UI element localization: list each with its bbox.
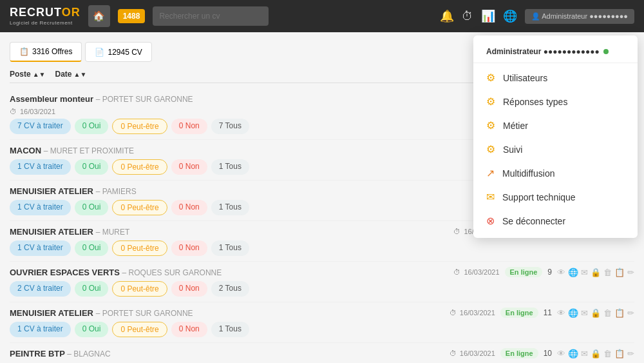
pill-yellow[interactable]: 0 Peut-être xyxy=(112,240,167,256)
cv-pills: 2 CV à traiter0 Oui0 Peut-être0 Non2 Tou… xyxy=(10,281,634,297)
filter-date[interactable]: Date ▲▼ xyxy=(55,70,86,79)
pill-blue[interactable]: 7 CV à traiter xyxy=(10,119,71,134)
clock-small-icon: ⏱ xyxy=(450,309,457,317)
job-title[interactable]: MENUISIER ATELIER – PAMIERS xyxy=(10,186,535,196)
user-menu-button[interactable]: 👤 Administrateur ●●●●●●●●● xyxy=(525,9,634,24)
pill-blue[interactable]: 1 CV à traiter xyxy=(10,322,71,337)
offres-tab-label: 3316 Offres xyxy=(32,47,72,56)
pill-yellow[interactable]: 0 Peut-être xyxy=(112,281,167,297)
action-icon[interactable]: 🗑 xyxy=(603,268,612,277)
pill-red[interactable]: 0 Non xyxy=(171,240,207,256)
pill-gray[interactable]: 1 Tous xyxy=(211,159,249,175)
pill-gray[interactable]: 1 Tous xyxy=(211,240,249,256)
pill-blue[interactable]: 2 CV à traiter xyxy=(10,281,71,297)
pill-green[interactable]: 0 Oui xyxy=(75,119,109,134)
clock-icon[interactable]: ⏱ xyxy=(462,10,473,23)
action-icon[interactable]: 🗑 xyxy=(603,308,612,318)
dropdown-item-multidiffusion[interactable]: ↗ Multidiffusion xyxy=(473,161,638,185)
job-row: OUVRIER ESPACES VERTS – ROQUES SUR GARON… xyxy=(10,262,634,302)
pill-green[interactable]: 0 Oui xyxy=(75,281,109,297)
action-icon[interactable]: 👁 xyxy=(557,349,565,358)
job-title[interactable]: OUVRIER ESPACES VERTS – ROQUES SUR GARON… xyxy=(10,268,448,277)
metier-label: Métier xyxy=(503,121,528,131)
job-title[interactable]: MENUISIER ATELIER – MURET xyxy=(10,227,448,237)
status-badge: En ligne xyxy=(505,267,543,277)
action-icon[interactable]: 👁 xyxy=(557,308,565,318)
tab-cv[interactable]: 📄 12945 CV xyxy=(85,42,151,62)
pill-gray[interactable]: 1 Tous xyxy=(211,322,249,337)
support-label: Support technique xyxy=(502,192,576,202)
action-icon[interactable]: 📋 xyxy=(614,308,625,318)
dropdown-item-deconnexion[interactable]: ⊗ Se déconnecter xyxy=(473,209,638,233)
pill-gray[interactable]: 7 Tous xyxy=(211,119,249,134)
job-cv-count: 9 xyxy=(547,268,552,277)
cv-pills: 1 CV à traiter0 Oui0 Peut-être0 Non1 Tou… xyxy=(10,322,634,337)
dropdown-item-utilisateurs[interactable]: ⚙ Utilisateurs xyxy=(473,66,638,90)
pill-blue[interactable]: 1 CV à traiter xyxy=(10,159,71,175)
pill-green[interactable]: 0 Oui xyxy=(75,159,109,175)
pill-green[interactable]: 0 Oui xyxy=(75,322,109,337)
dropdown-item-metier[interactable]: ⚙ Métier xyxy=(473,113,638,137)
tab-offres[interactable]: 📋 3316 Offres xyxy=(10,42,82,62)
pill-blue[interactable]: 1 CV à traiter xyxy=(10,200,71,215)
action-icon[interactable]: 🗑 xyxy=(603,349,612,358)
pill-red[interactable]: 0 Non xyxy=(171,159,207,175)
job-title[interactable]: MACON – MURET ET PROXIMITE xyxy=(10,146,535,155)
action-icon[interactable]: 🌐 xyxy=(568,268,578,277)
job-date2: 16/03/2021 xyxy=(20,108,55,115)
filter-poste[interactable]: Poste ▲▼ xyxy=(10,70,45,79)
pill-green[interactable]: 0 Oui xyxy=(75,200,109,215)
action-icon[interactable]: ✏ xyxy=(627,268,634,277)
dropdown-item-suivi[interactable]: ⚙ Suivi xyxy=(473,137,638,161)
pill-red[interactable]: 0 Non xyxy=(171,281,207,297)
cv-tab-icon: 📄 xyxy=(95,48,104,57)
online-indicator xyxy=(603,49,609,54)
search-input[interactable] xyxy=(153,6,269,26)
user-name-display: Administrateur ●●●●●●●●●●●● xyxy=(486,47,600,56)
action-icon[interactable]: 🔒 xyxy=(591,308,601,318)
action-icon[interactable]: 🔒 xyxy=(591,349,601,358)
home-button[interactable]: 🏠 xyxy=(88,5,110,27)
job-date1: 16/03/2021 xyxy=(460,309,495,317)
job-title[interactable]: Assembleur monteur – PORTET SUR GARONNE xyxy=(10,94,535,104)
gear-icon-suivi: ⚙ xyxy=(486,143,495,155)
gear-icon-reponses: ⚙ xyxy=(486,95,495,108)
pill-red[interactable]: 0 Non xyxy=(171,322,207,337)
pill-red[interactable]: 0 Non xyxy=(171,200,207,215)
clock-small-icon: ⏱ xyxy=(453,268,460,276)
action-icon[interactable]: 📋 xyxy=(614,268,625,277)
pill-green[interactable]: 0 Oui xyxy=(75,240,109,256)
action-icon[interactable]: 🌐 xyxy=(568,349,578,358)
pill-yellow[interactable]: 0 Peut-être xyxy=(112,119,167,134)
pill-blue[interactable]: 1 CV à traiter xyxy=(10,240,71,256)
action-icon[interactable]: ✉ xyxy=(581,349,588,358)
action-icon[interactable]: 👁 xyxy=(557,268,565,277)
logo-title: RECRUTOR xyxy=(10,6,80,20)
job-title[interactable]: MENUISIER ATELIER – PORTET SUR GARONNE xyxy=(10,308,444,318)
action-icon[interactable]: ✉ xyxy=(581,308,588,318)
bell-icon[interactable]: 🔔 xyxy=(440,9,454,23)
job-date1: 16/03/2021 xyxy=(460,349,495,357)
action-icon[interactable]: ✉ xyxy=(581,268,588,277)
pill-yellow[interactable]: 0 Peut-être xyxy=(112,200,167,215)
action-icon[interactable]: ✏ xyxy=(627,349,634,358)
pill-gray[interactable]: 2 Tous xyxy=(211,281,249,297)
pill-gray[interactable]: 1 Tous xyxy=(211,200,249,215)
action-icon[interactable]: 🔒 xyxy=(591,268,601,277)
job-title[interactable]: PEINTRE BTP – BLAGNAC xyxy=(10,349,444,358)
dropdown-item-support[interactable]: ✉ Support technique xyxy=(473,185,638,209)
logout-icon: ⊗ xyxy=(486,215,495,227)
action-icon[interactable]: 📋 xyxy=(614,349,625,358)
date-label: Date xyxy=(55,70,71,79)
chart-icon[interactable]: 📊 xyxy=(481,9,495,23)
action-icon[interactable]: 🌐 xyxy=(568,308,578,318)
dropdown-item-reponses[interactable]: ⚙ Réponses types xyxy=(473,90,638,113)
pill-red[interactable]: 0 Non xyxy=(171,119,207,134)
notification-badge[interactable]: 1488 xyxy=(118,9,146,23)
date-sort-icon: ▲▼ xyxy=(74,71,87,78)
offres-tab-icon: 📋 xyxy=(19,47,29,56)
globe-icon[interactable]: 🌐 xyxy=(503,9,517,23)
action-icon[interactable]: ✏ xyxy=(627,308,634,318)
pill-yellow[interactable]: 0 Peut-être xyxy=(112,159,167,175)
pill-yellow[interactable]: 0 Peut-être xyxy=(112,322,167,337)
